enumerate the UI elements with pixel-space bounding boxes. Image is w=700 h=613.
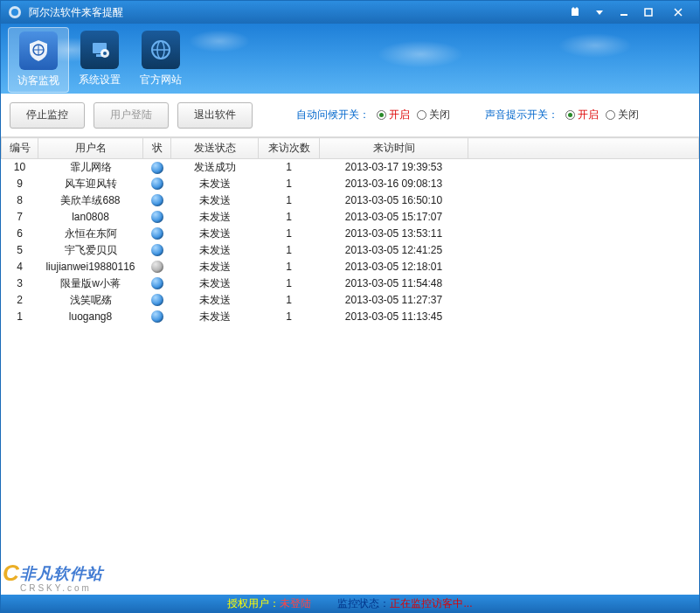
window-title: 阿尔法软件来客提醒 bbox=[25, 5, 563, 20]
cell-status bbox=[143, 176, 171, 192]
cell-status bbox=[143, 309, 171, 325]
tab-official-site[interactable]: 官方网站 bbox=[130, 27, 191, 91]
radio-icon bbox=[606, 110, 615, 120]
col-visits[interactable]: 来访次数 bbox=[259, 138, 320, 159]
status-dot-icon bbox=[151, 227, 163, 240]
table-row[interactable]: 5宇飞爱贝贝未发送12013-03-05 12:41:25 bbox=[2, 242, 699, 259]
table-header-row: 编号 用户名 状 发送状态 来访次数 来访时间 bbox=[2, 138, 699, 159]
status-dot-icon bbox=[151, 294, 163, 306]
cell-visits: 1 bbox=[259, 159, 320, 176]
svg-point-10 bbox=[103, 52, 107, 55]
col-send[interactable]: 发送状态 bbox=[171, 138, 259, 159]
main-toolbar: 访客监视 系统设置 官方网站 bbox=[1, 24, 699, 94]
table-row[interactable]: 4liujianwei19880116未发送12013-03-05 12:18:… bbox=[2, 259, 699, 275]
svg-point-1 bbox=[11, 9, 18, 16]
sound-off[interactable]: 关闭 bbox=[606, 108, 639, 122]
cell-visits: 1 bbox=[259, 176, 320, 192]
user-login-button[interactable]: 用户登陆 bbox=[94, 102, 169, 129]
table-row[interactable]: 8美欣羊绒688未发送12013-03-05 16:50:10 bbox=[2, 192, 699, 209]
shield-icon bbox=[19, 31, 58, 70]
tab-visitor-monitor[interactable]: 访客监视 bbox=[8, 27, 69, 93]
status-dot-icon bbox=[151, 211, 163, 223]
auto-greet-on[interactable]: 开启 bbox=[377, 108, 410, 122]
table-row[interactable]: 9风车迎风转未发送12013-03-16 09:08:13 bbox=[2, 176, 699, 192]
cell-id: 7 bbox=[2, 209, 38, 226]
cell-status bbox=[143, 242, 171, 259]
stop-monitor-button[interactable]: 停止监控 bbox=[10, 102, 85, 129]
dropdown-button[interactable] bbox=[587, 4, 612, 20]
col-id[interactable]: 编号 bbox=[2, 138, 38, 159]
sound-on[interactable]: 开启 bbox=[565, 108, 599, 122]
app-icon bbox=[8, 5, 22, 19]
table-row[interactable]: 7lan0808未发送12013-03-05 15:17:07 bbox=[2, 209, 699, 226]
cell-id: 8 bbox=[2, 192, 38, 209]
cell-time: 2013-03-17 19:39:53 bbox=[320, 159, 468, 176]
cell-visits: 1 bbox=[259, 292, 320, 309]
cell-send: 未发送 bbox=[171, 242, 259, 259]
cell-user: luogang8 bbox=[38, 309, 143, 325]
cell-status bbox=[143, 192, 171, 209]
col-user[interactable]: 用户名 bbox=[38, 138, 143, 159]
visitor-table: 编号 用户名 状 发送状态 来访次数 来访时间 10霏儿网络发送成功12013-… bbox=[1, 137, 699, 325]
cell-send: 未发送 bbox=[171, 309, 259, 325]
svg-rect-3 bbox=[645, 9, 652, 16]
switch-label: 自动问候开关： bbox=[296, 108, 370, 122]
cell-status bbox=[143, 259, 171, 275]
cell-time: 2013-03-05 15:17:07 bbox=[320, 209, 468, 226]
exit-button[interactable]: 退出软件 bbox=[177, 102, 253, 129]
cell-id: 9 bbox=[2, 176, 38, 192]
status-dot-icon bbox=[151, 261, 163, 273]
tab-label: 官方网站 bbox=[130, 73, 191, 87]
cell-send: 未发送 bbox=[171, 292, 259, 309]
cell-id: 10 bbox=[2, 159, 38, 176]
cell-id: 3 bbox=[2, 275, 38, 292]
minimize-button[interactable] bbox=[612, 4, 636, 20]
table-row[interactable]: 6永恒在东阿未发送12013-03-05 13:53:11 bbox=[2, 226, 699, 242]
cell-user: 美欣羊绒688 bbox=[38, 192, 143, 209]
maximize-button[interactable] bbox=[636, 4, 661, 20]
svg-rect-2 bbox=[620, 14, 627, 16]
col-spacer bbox=[468, 138, 699, 159]
close-button[interactable] bbox=[661, 4, 696, 20]
cell-user: 宇飞爱贝贝 bbox=[38, 242, 143, 259]
cell-status bbox=[143, 275, 171, 292]
col-status[interactable]: 状 bbox=[143, 138, 171, 159]
switch-label: 声音提示开关： bbox=[485, 108, 558, 122]
cell-send: 未发送 bbox=[171, 176, 259, 192]
cell-user: 风车迎风转 bbox=[38, 176, 143, 192]
cell-time: 2013-03-05 13:53:11 bbox=[320, 226, 468, 242]
cell-user: 霏儿网络 bbox=[38, 159, 143, 176]
cell-id: 2 bbox=[2, 292, 38, 309]
titlebar: 阿尔法软件来客提醒 bbox=[1, 1, 699, 24]
cell-user: 浅笑呢殇 bbox=[38, 292, 143, 309]
cell-user: lan0808 bbox=[38, 209, 143, 226]
sound-switch: 声音提示开关： 开启 关闭 bbox=[485, 108, 639, 122]
table-row[interactable]: 10霏儿网络发送成功12013-03-17 19:39:53 bbox=[2, 159, 699, 176]
cell-status bbox=[143, 159, 171, 176]
cell-time: 2013-03-05 16:50:10 bbox=[320, 192, 468, 209]
cell-user: 限量版w小蒋 bbox=[38, 275, 143, 292]
cell-id: 1 bbox=[2, 309, 38, 325]
status-dot-icon bbox=[151, 178, 163, 190]
status-dot-icon bbox=[151, 310, 163, 323]
auto-greet-off[interactable]: 关闭 bbox=[417, 108, 450, 122]
status-dot-icon bbox=[151, 244, 163, 256]
cell-status bbox=[143, 226, 171, 242]
skin-button[interactable] bbox=[563, 4, 587, 20]
table-row[interactable]: 1luogang8未发送12013-03-05 11:13:45 bbox=[2, 309, 699, 325]
radio-icon bbox=[565, 110, 575, 120]
cell-time: 2013-03-05 11:54:48 bbox=[320, 275, 468, 292]
status-dot-icon bbox=[151, 194, 163, 206]
cell-status bbox=[143, 209, 171, 226]
globe-icon bbox=[142, 31, 180, 69]
cell-time: 2013-03-05 11:27:37 bbox=[320, 292, 468, 309]
cell-send: 未发送 bbox=[171, 226, 259, 242]
cell-time: 2013-03-16 09:08:13 bbox=[320, 176, 468, 192]
tab-system-settings[interactable]: 系统设置 bbox=[69, 27, 130, 91]
radio-icon bbox=[377, 110, 386, 120]
table-row[interactable]: 3限量版w小蒋未发送12013-03-05 11:54:48 bbox=[2, 275, 699, 292]
table-row[interactable]: 2浅笑呢殇未发送12013-03-05 11:27:37 bbox=[2, 292, 699, 309]
col-time[interactable]: 来访时间 bbox=[320, 138, 468, 159]
cell-visits: 1 bbox=[259, 192, 320, 209]
cell-id: 4 bbox=[2, 259, 38, 275]
